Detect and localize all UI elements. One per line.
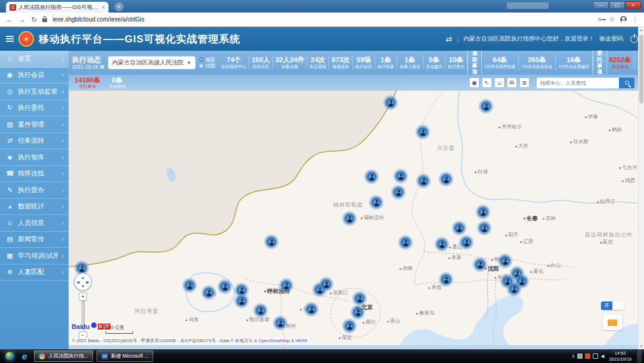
sidebar-item-news[interactable]: ▤新闻宣传‹ [0, 232, 69, 248]
radio-region[interactable]: 地区 [199, 57, 215, 63]
search-input[interactable] [537, 78, 619, 88]
sidebar-item-data-stats[interactable]: ◕数据统计‹ [0, 199, 69, 216]
sidebar-item-home[interactable]: ⌂首页› [0, 51, 69, 67]
tray-expand-icon[interactable]: ∧ [571, 354, 575, 359]
taskbar-chrome-button[interactable]: 人民法院执行指... [34, 350, 93, 362]
map-marker[interactable] [234, 293, 249, 309]
map-marker[interactable] [434, 236, 450, 252]
map-marker[interactable] [506, 281, 522, 297]
change-password-link[interactable]: 修改密码 [599, 35, 623, 43]
select-cursor-icon[interactable]: ↖ [482, 78, 492, 88]
key-icon[interactable] [598, 18, 601, 21]
map-marker[interactable] [398, 235, 413, 250]
tray-emblem-icon[interactable] [585, 353, 590, 359]
sidebar-item-interactive-monitor[interactable]: ◎执行互动监管‹ [0, 84, 69, 100]
panel-toggle[interactable]: 开 [601, 302, 624, 310]
map-marker[interactable] [352, 291, 367, 306]
sidebar-item-training[interactable]: ▦学习培训(试用)‹ [0, 248, 69, 264]
window-close-button[interactable]: × [626, 1, 641, 9]
tray-network-icon[interactable] [593, 353, 598, 359]
taskbar-clock[interactable]: 14:52 2021/10/19 [609, 350, 631, 362]
map-marker[interactable] [472, 257, 488, 272]
pan-right-icon[interactable]: ▶ [86, 280, 89, 284]
message-icon[interactable]: ✉ [507, 78, 517, 88]
start-button[interactable] [5, 351, 15, 361]
radio-court[interactable]: 法院 [199, 63, 215, 69]
sidebar-item-person-case-match[interactable]: ⊕人案匹配‹ [0, 264, 69, 281]
map-marker[interactable] [182, 278, 197, 293]
map-marker[interactable] [273, 315, 288, 331]
sidebar-item-command-line[interactable]: ☎指挥连线‹ [0, 166, 69, 183]
overview-icon[interactable]: ◉ [469, 78, 479, 88]
tray-volume-icon[interactable]: ◀ [600, 354, 604, 359]
menu-collapse-icon[interactable] [6, 36, 14, 42]
window-maximize-button[interactable]: ▢ [609, 1, 625, 9]
sidebar-item-task-flow[interactable]: ⇄任务流转‹ [0, 133, 69, 150]
map-marker[interactable] [217, 279, 233, 294]
window-minimize-button[interactable]: — [593, 1, 609, 9]
map-marker[interactable] [253, 303, 268, 318]
map-marker[interactable] [451, 220, 467, 236]
map-marker[interactable] [304, 302, 319, 317]
bookmark-star-icon[interactable]: ☆ [609, 16, 615, 23]
taskbar-word-button[interactable]: W 新建 Microsoft ... [97, 350, 153, 362]
tray-app-icon[interactable] [577, 353, 583, 359]
map-marker[interactable] [416, 173, 431, 189]
search-button[interactable] [619, 78, 634, 88]
map-marker[interactable] [364, 169, 379, 184]
map-marker[interactable] [201, 285, 216, 300]
calendar-icon[interactable]: ▦ [100, 64, 104, 70]
scroll-down-icon[interactable]: ▼ [639, 343, 644, 349]
sidebar-item-meeting[interactable]: ◉执行会议‹ [0, 67, 69, 84]
map-marker[interactable] [383, 95, 398, 110]
scrollbar-thumb[interactable] [639, 35, 643, 103]
map-marker[interactable] [278, 278, 294, 293]
pan-down-icon[interactable]: ▼ [81, 284, 85, 288]
map-marker[interactable] [264, 234, 279, 250]
show-desktop-button[interactable] [636, 349, 642, 363]
page-scrollbar[interactable]: ▲ ▼ [638, 27, 644, 349]
layers-icon[interactable]: ≣ [519, 78, 530, 88]
pan-left-icon[interactable]: ◀ [76, 280, 79, 284]
sidebar-item-case-management[interactable]: ▨案件管理‹ [0, 116, 69, 133]
map-marker[interactable] [393, 168, 408, 184]
map-canvas[interactable]: 齐齐哈尔伊春鹤岗佳木斯大庆七台河鸡西牡丹江兴安盟白城锡林郭勒盟锡林浩特长春吉林四… [69, 75, 644, 345]
map-marker[interactable] [478, 99, 494, 114]
new-tab-button[interactable]: + [114, 2, 123, 11]
map-marker[interactable] [391, 184, 406, 200]
person-locate-icon[interactable]: ☺ [494, 78, 504, 88]
profile-avatar-icon[interactable] [620, 16, 627, 23]
map-marker[interactable] [438, 171, 454, 187]
sidebar-item-knowledge-base[interactable]: ◈执行智库‹ [0, 149, 69, 166]
zoom-in-button[interactable]: + [79, 293, 87, 301]
pan-up-icon[interactable]: ▲ [81, 275, 85, 279]
scroll-up-icon[interactable]: ▲ [639, 27, 644, 33]
internet-explorer-icon[interactable]: e [22, 351, 27, 361]
map-marker[interactable] [350, 304, 366, 320]
map-marker[interactable] [475, 204, 491, 220]
map-pan-control[interactable]: ▲ ▼ ◀ ▶ [74, 273, 92, 291]
map-marker[interactable] [497, 253, 513, 269]
url-text[interactable]: iexe.shgbitcloud.com/iexe/a/oldGis [52, 16, 144, 23]
browser-tab[interactable]: 法 人民法院执行指挥——GIS可视… × [6, 2, 109, 13]
court-select-dropdown[interactable]: 内蒙古自治区高级人民法院 ▼ [108, 56, 196, 69]
here-link[interactable]: HERE [295, 338, 308, 343]
map-marker[interactable] [459, 235, 474, 250]
map-marker[interactable] [342, 318, 357, 334]
logout-power-icon[interactable] [630, 35, 638, 43]
message-button[interactable] [603, 315, 622, 330]
forward-icon[interactable]: → [18, 16, 26, 23]
browser-menu-icon[interactable]: ⋮ [632, 16, 638, 23]
sidebar-item-personnel[interactable]: ☺人员信息‹ [0, 215, 69, 232]
osm-link[interactable]: OpenStreetMap [258, 338, 290, 343]
sidebar-item-delegation[interactable]: ↻执行委托‹ [0, 100, 69, 117]
map-marker[interactable] [369, 195, 384, 210]
tab-close-icon[interactable]: × [102, 4, 105, 10]
reload-icon[interactable]: ↻ [31, 16, 37, 23]
map-marker[interactable] [342, 211, 357, 226]
switch-system-icon[interactable]: ⇄ [445, 35, 452, 44]
map-marker[interactable] [476, 220, 492, 236]
back-icon[interactable]: ← [6, 16, 13, 23]
map-marker[interactable] [438, 272, 454, 287]
sidebar-item-supervision[interactable]: ✎执行督办‹ [0, 182, 69, 199]
